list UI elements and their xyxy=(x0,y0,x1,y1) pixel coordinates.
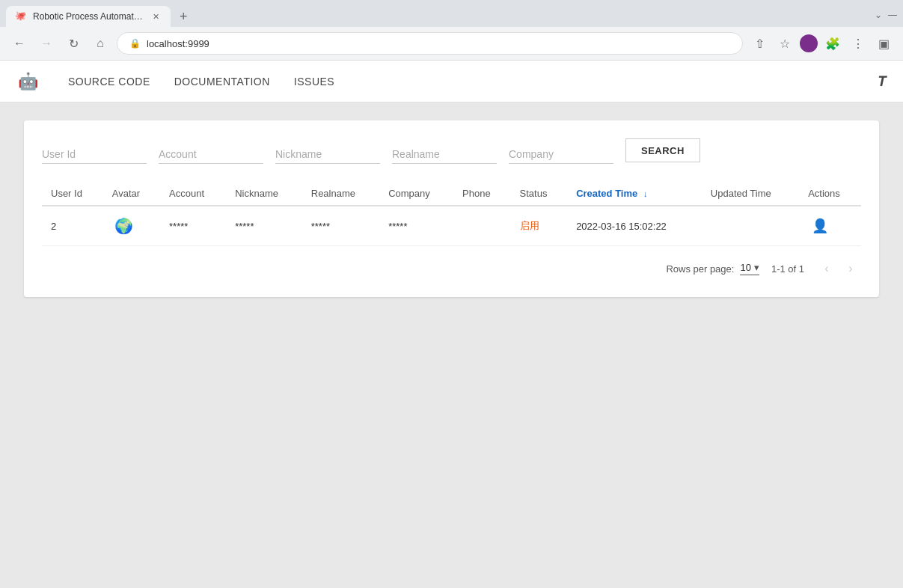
nav-documentation[interactable]: DOCUMENTATION xyxy=(174,76,270,88)
action-edit-button[interactable]: 👤 xyxy=(808,214,832,238)
forward-button[interactable]: → xyxy=(36,33,57,54)
prev-page-button[interactable]: ‹ xyxy=(816,258,837,279)
share-button[interactable]: ⇧ xyxy=(749,33,770,54)
address-bar-actions: ⇧ ☆ 🧩 ⋮ ▣ xyxy=(749,33,894,54)
col-company: Company xyxy=(379,182,453,206)
page-info: 1-1 of 1 xyxy=(771,263,804,275)
cell-actions: 👤 xyxy=(799,206,861,246)
search-button[interactable]: SEARCH xyxy=(625,138,700,162)
url-text: localhost:9999 xyxy=(147,38,209,49)
url-bar[interactable]: 🔒 localhost:9999 xyxy=(117,32,743,55)
cell-user-id: 2 xyxy=(42,206,103,246)
new-tab-button[interactable]: + xyxy=(174,9,194,25)
realname-field xyxy=(392,145,497,164)
browser-chrome: 🐙 Robotic Process Automation T ✕ + ⌄ — ←… xyxy=(0,0,903,61)
back-button[interactable]: ← xyxy=(9,33,30,54)
table-body: 2 🌍 ***** ***** ***** ***** 启用 2022-03-1… xyxy=(42,206,861,246)
profile-avatar[interactable] xyxy=(800,34,818,52)
col-avatar: Avatar xyxy=(103,182,160,206)
rows-per-page-select[interactable]: 10 ▾ xyxy=(740,262,759,275)
tab-bar: 🐙 Robotic Process Automation T ✕ + ⌄ — xyxy=(0,0,903,27)
rpp-dropdown-icon: ▾ xyxy=(754,262,759,273)
tab-title: Robotic Process Automation T xyxy=(33,11,144,22)
col-account: Account xyxy=(160,182,226,206)
cell-nickname: ***** xyxy=(226,206,302,246)
tab-right-controls: ⌄ — xyxy=(875,10,897,23)
address-bar: ← → ↻ ⌂ 🔒 localhost:9999 ⇧ ☆ 🧩 ⋮ ▣ xyxy=(0,27,903,60)
reload-button[interactable]: ↻ xyxy=(63,33,84,54)
cell-phone xyxy=(453,206,510,246)
active-tab[interactable]: 🐙 Robotic Process Automation T ✕ xyxy=(6,6,171,27)
tab-ctrl-chevron[interactable]: ⌄ xyxy=(875,10,882,20)
realname-input[interactable] xyxy=(392,145,497,164)
nickname-input[interactable] xyxy=(275,145,380,164)
pagination-row: Rows per page: 10 ▾ 1-1 of 1 ‹ › xyxy=(42,246,861,279)
app-logo: 🤖 xyxy=(18,72,38,91)
col-updated-time[interactable]: Updated Time xyxy=(702,182,799,206)
cell-company: ***** xyxy=(379,206,453,246)
rows-per-page-label: Rows per page: xyxy=(666,263,734,275)
user-id-input[interactable] xyxy=(42,145,147,164)
sort-arrow-icon: ↓ xyxy=(643,189,648,198)
user-id-field xyxy=(42,145,147,164)
rows-per-page: Rows per page: 10 ▾ xyxy=(666,262,759,275)
col-nickname: Nickname xyxy=(226,182,302,206)
search-form: SEARCH xyxy=(42,138,861,164)
rows-per-page-value: 10 xyxy=(740,262,750,273)
cell-account: ***** xyxy=(160,206,226,246)
tab-ctrl-minimize[interactable]: — xyxy=(888,10,897,20)
translate-icon[interactable]: 𝙏 xyxy=(877,73,885,90)
lock-icon: 🔒 xyxy=(129,38,141,49)
cell-updated-time xyxy=(702,206,799,246)
col-actions: Actions xyxy=(799,182,861,206)
col-created-time[interactable]: Created Time ↓ xyxy=(567,182,702,206)
col-realname: Realname xyxy=(302,182,379,206)
nav-source-code[interactable]: SOURCE CODE xyxy=(68,76,150,88)
home-button[interactable]: ⌂ xyxy=(90,33,111,54)
tab-favicon: 🐙 xyxy=(15,10,27,22)
account-field xyxy=(159,145,263,164)
header-right: 𝙏 xyxy=(877,73,885,90)
main-content: SEARCH User Id Avatar Account Nickname R… xyxy=(0,102,903,315)
col-user-id: User Id xyxy=(42,182,103,206)
table-row: 2 🌍 ***** ***** ***** ***** 启用 2022-03-1… xyxy=(42,206,861,246)
status-badge: 启用 xyxy=(520,220,539,231)
next-page-button[interactable]: › xyxy=(840,258,861,279)
cell-realname: ***** xyxy=(302,206,379,246)
menu-button[interactable]: ⋮ xyxy=(848,33,869,54)
table-header: User Id Avatar Account Nickname Realname… xyxy=(42,182,861,206)
cell-status: 启用 xyxy=(511,206,568,246)
page-navigation: ‹ › xyxy=(816,258,861,279)
cell-created-time: 2022-03-16 15:02:22 xyxy=(567,206,702,246)
app-nav: SOURCE CODE DOCUMENTATION ISSUES xyxy=(68,76,334,88)
account-input[interactable] xyxy=(159,145,263,164)
col-phone: Phone xyxy=(453,182,510,206)
extensions-button[interactable]: 🧩 xyxy=(822,33,843,54)
users-table: User Id Avatar Account Nickname Realname… xyxy=(42,182,861,246)
nickname-field xyxy=(275,145,380,164)
cell-avatar: 🌍 xyxy=(103,206,160,246)
header-row: User Id Avatar Account Nickname Realname… xyxy=(42,182,861,206)
company-field xyxy=(509,145,613,164)
tab-close-button[interactable]: ✕ xyxy=(150,10,162,22)
company-input[interactable] xyxy=(509,145,613,164)
bookmark-button[interactable]: ☆ xyxy=(774,33,795,54)
side-panel-button[interactable]: ▣ xyxy=(873,33,894,54)
app-header: 🤖 SOURCE CODE DOCUMENTATION ISSUES 𝙏 xyxy=(0,61,903,102)
data-card: SEARCH User Id Avatar Account Nickname R… xyxy=(24,120,879,297)
col-status: Status xyxy=(511,182,568,206)
nav-issues[interactable]: ISSUES xyxy=(294,76,334,88)
avatar-image: 🌍 xyxy=(112,214,136,238)
